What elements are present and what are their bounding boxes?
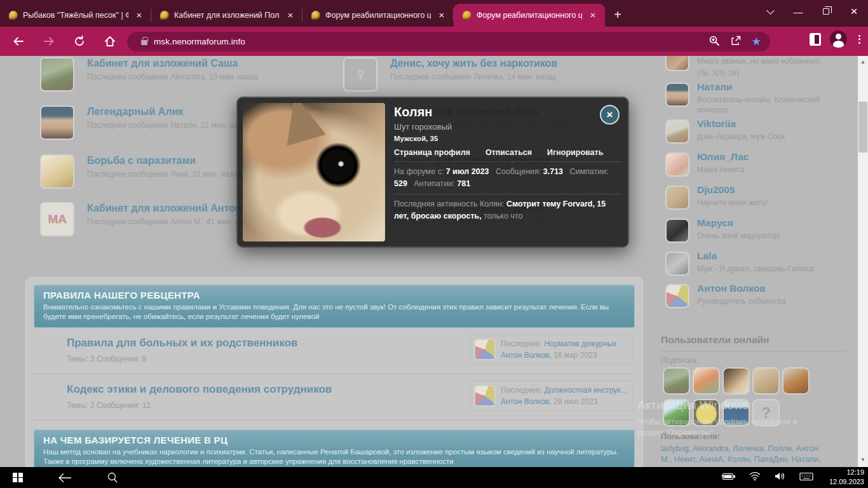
tab-4-active[interactable]: Форум реабилитационного ц × xyxy=(454,4,605,27)
home-icon[interactable] xyxy=(100,32,119,51)
member-name[interactable]: Dju2005 xyxy=(697,184,850,196)
taskbar-back-icon[interactable] xyxy=(51,467,79,488)
member-name[interactable]: Антон Волков xyxy=(697,283,850,294)
url-text[interactable]: msk.nenormaforum.info xyxy=(154,37,245,46)
page-scrollbar[interactable]: ▲ ▼ xyxy=(858,56,868,467)
bookmark-star-icon[interactable]: ★ xyxy=(752,36,761,47)
users-label: Пользователи: xyxy=(661,432,720,441)
member-avatar[interactable] xyxy=(665,252,689,276)
forum-avatar[interactable] xyxy=(40,57,74,92)
taskbar-search-icon[interactable] xyxy=(98,467,126,488)
wifi-icon[interactable] xyxy=(749,471,761,484)
tab-1[interactable]: Рыбаков "Тяжёлый песок" | Ф × xyxy=(0,4,151,27)
member-subtitle: Руководитель ребцентра xyxy=(697,296,850,306)
popup-close-icon[interactable]: × xyxy=(600,105,620,125)
tab-close-icon[interactable]: × xyxy=(133,10,145,21)
member-name[interactable]: Маруся xyxy=(697,217,850,229)
member-name[interactable]: Юлия_Лас xyxy=(697,151,850,163)
forum-avatar-female-icon[interactable]: ♀ xyxy=(343,57,377,92)
forum-link[interactable]: Кодекс этики и делового поведения сотруд… xyxy=(67,383,332,396)
ignore-link[interactable]: Игнорировать xyxy=(547,148,603,157)
subscription-avatar[interactable] xyxy=(693,399,720,426)
zoom-icon[interactable] xyxy=(709,35,720,49)
subscription-avatar[interactable] xyxy=(752,367,780,395)
tab-search-chevron-icon[interactable] xyxy=(756,1,784,22)
lock-icon[interactable] xyxy=(141,40,147,45)
member-avatar[interactable] xyxy=(665,83,689,107)
lastpost-user[interactable]: Антон Волков xyxy=(501,397,549,406)
banner-title: НА ЧЕМ БАЗИРУЕТСЯ ЛЕЧЕНИЕ В РЦ xyxy=(43,435,625,445)
member-name[interactable]: Колян xyxy=(394,104,621,119)
online-users-list[interactable]: ladybug, Alexandra, Лилечка, Полли, Анто… xyxy=(661,444,851,454)
reload-icon[interactable] xyxy=(70,32,89,51)
member-avatar-photo[interactable] xyxy=(243,103,385,241)
forum-row: Правила для больных и их родственников Т… xyxy=(34,328,635,374)
back-icon[interactable] xyxy=(9,32,28,51)
tab-close-icon[interactable]: × xyxy=(587,10,599,21)
lastpost-link[interactable]: Должностная инструк... xyxy=(544,386,627,395)
lastpost-avatar[interactable] xyxy=(474,339,496,360)
tab-title: Кабинет для изложений Поли xyxy=(174,11,280,20)
member-avatar[interactable] xyxy=(665,56,689,71)
volume-icon[interactable] xyxy=(774,471,787,484)
subscription-avatar[interactable] xyxy=(663,399,690,426)
subscription-avatar-placeholder[interactable]: ? xyxy=(752,399,780,426)
subscription-avatar[interactable] xyxy=(782,367,810,395)
site-favicon xyxy=(463,11,471,20)
lastpost-user[interactable]: Антон Волков xyxy=(501,351,549,360)
member-avatar[interactable] xyxy=(665,219,689,243)
touch-keyboard-icon[interactable] xyxy=(799,472,813,484)
lastpost-avatar[interactable] xyxy=(474,385,496,407)
site-favicon xyxy=(311,11,320,20)
forum-link[interactable]: Кабинет для изложений Саша xyxy=(87,57,335,70)
browser-profile-avatar[interactable] xyxy=(830,30,847,48)
member-name[interactable]: Viktoriia xyxy=(697,118,850,130)
tab-close-icon[interactable]: × xyxy=(285,10,296,21)
forum-avatar[interactable] xyxy=(40,105,74,140)
member-name[interactable]: Lala xyxy=(697,250,850,262)
stat-value: 529 xyxy=(394,179,407,188)
scroll-down-icon[interactable]: ▼ xyxy=(858,455,868,465)
window-minimize-button[interactable]: — xyxy=(784,1,812,22)
subscription-avatar[interactable] xyxy=(722,399,750,426)
window-close-button[interactable]: × xyxy=(840,1,868,22)
tab-2[interactable]: Кабинет для изложений Поли × xyxy=(151,4,302,27)
member-name[interactable]: Натали xyxy=(697,81,850,93)
lastpost-link[interactable]: Норматив дежурных xyxy=(544,339,616,348)
scrollbar-thumb[interactable] xyxy=(858,102,867,152)
forum-link[interactable]: Правила для больных и их родственников xyxy=(67,337,297,349)
member-avatar[interactable] xyxy=(665,119,689,144)
battery-icon[interactable] xyxy=(721,472,736,484)
online-users-list[interactable]: М., Некит, АннаА, Колян, ПапаДен, Натали… xyxy=(661,454,851,465)
member-avatar[interactable] xyxy=(665,186,689,210)
tab-close-icon[interactable]: × xyxy=(436,10,447,21)
start-button[interactable] xyxy=(4,467,32,488)
member-subtitle: Мама Некита xyxy=(697,165,850,175)
taskbar-clock[interactable]: 12:19 12.09.2023 xyxy=(817,468,864,487)
share-icon[interactable] xyxy=(730,35,742,49)
forum-avatar[interactable] xyxy=(40,154,74,189)
lastpost-box: Последнее: Норматив дежурных Антон Волко… xyxy=(470,334,634,365)
scroll-up-icon[interactable]: ▲ xyxy=(858,57,868,67)
forward-icon[interactable] xyxy=(39,32,58,51)
stat-value: 781 xyxy=(457,179,470,188)
forum-lastpost: Последнее сообщение Лилечка, 14 мин. наз… xyxy=(390,72,638,81)
clock-date: 12.09.2023 xyxy=(817,477,864,487)
subscription-avatar[interactable] xyxy=(722,367,750,395)
member-avatar[interactable] xyxy=(665,152,689,177)
subscription-avatar[interactable] xyxy=(663,367,690,395)
clock-time: 12:19 xyxy=(817,468,864,477)
address-bar[interactable]: msk.nenormaforum.info ★ xyxy=(127,32,770,51)
unfollow-link[interactable]: Отписаться xyxy=(485,148,532,157)
member-avatar[interactable] xyxy=(665,284,689,308)
tab-3[interactable]: Форум реабилитационного ц × xyxy=(302,4,454,27)
new-tab-button[interactable]: + xyxy=(609,6,627,24)
window-restore-button[interactable] xyxy=(812,1,840,22)
browser-menu-icon[interactable] xyxy=(856,32,863,46)
subscription-avatar[interactable] xyxy=(693,367,720,395)
sidebar-panel-icon[interactable] xyxy=(810,33,821,46)
forum-link[interactable]: Денис, хочу жить без наркотиков xyxy=(390,57,638,70)
profile-page-link[interactable]: Страница профиля xyxy=(394,148,470,157)
forum-avatar[interactable]: MA xyxy=(40,202,74,236)
stat-label: Симпатии: xyxy=(569,167,608,176)
